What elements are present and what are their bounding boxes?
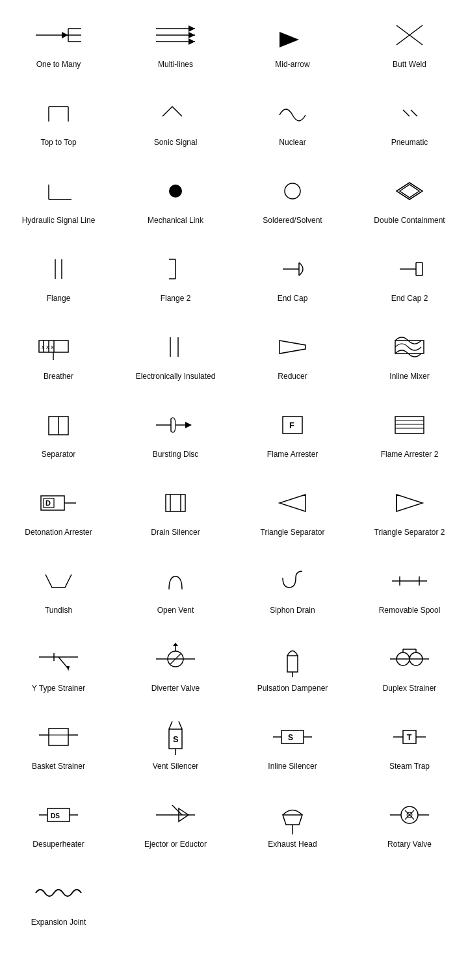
symbol-label-inline-mixer: Inline Mixer xyxy=(389,372,429,382)
symbol-icon-triangle-separator xyxy=(239,484,346,522)
symbol-icon-end-cap xyxy=(239,250,346,289)
symbol-label-inline-silencer: Inline Silencer xyxy=(268,762,317,772)
symbol-icon-vent-silencer: S xyxy=(122,717,229,756)
symbol-cell-triangle-separator: Triangle Separator xyxy=(234,468,351,546)
symbol-icon-steam-trap: T xyxy=(356,717,463,756)
symbol-icon-breather: x x x xyxy=(5,328,112,367)
symbol-icon-flange-2 xyxy=(122,250,229,289)
svg-line-19 xyxy=(411,110,417,116)
symbol-label-hydraulic-signal: Hydraulic Signal Line xyxy=(22,216,96,226)
symbol-label-sonic-signal: Sonic Signal xyxy=(154,138,198,148)
symbol-label-duplex-strainer: Duplex Strainer xyxy=(383,684,437,694)
svg-rect-83 xyxy=(287,656,298,672)
symbol-label-drain-silencer: Drain Silencer xyxy=(151,528,200,538)
symbol-label-double-containment: Double Containment xyxy=(374,216,445,226)
symbol-label-flange: Flange xyxy=(47,294,71,304)
svg-text:D: D xyxy=(46,499,51,507)
symbol-label-bursting-disc: Bursting Disc xyxy=(153,450,199,460)
symbol-label-reducer: Reducer xyxy=(278,372,307,382)
symbol-cell-expansion-joint: Expansion Joint xyxy=(0,858,117,936)
symbol-icon-drain-silencer xyxy=(122,484,229,522)
svg-marker-11 xyxy=(188,38,195,45)
symbol-icon-tundish xyxy=(5,561,112,600)
symbol-icon-mid-arrow xyxy=(239,16,346,55)
svg-rect-64 xyxy=(166,495,185,511)
svg-marker-9 xyxy=(188,25,195,32)
symbol-cell-soldered-solvent: Soldered/Solvent xyxy=(234,156,351,234)
symbol-label-steam-trap: Steam Trap xyxy=(389,762,430,772)
symbol-label-vent-silencer: Vent Silencer xyxy=(153,762,199,772)
symbol-cell-siphon-drain: Siphon Drain xyxy=(234,546,351,624)
svg-marker-46 xyxy=(280,341,306,354)
symbol-label-breather: Breather xyxy=(44,372,73,382)
symbol-cell-flange: Flange xyxy=(0,234,117,312)
symbol-label-end-cap: End Cap xyxy=(278,294,308,304)
symbol-cell-flange-2: Flange 2 xyxy=(117,234,234,312)
symbol-cell-duplex-strainer: Duplex Strainer xyxy=(351,624,468,702)
symbol-label-rotary-valve: Rotary Valve xyxy=(387,840,432,850)
symbol-icon-mechanical-link xyxy=(122,172,229,211)
symbol-label-pneumatic: Pneumatic xyxy=(391,138,428,148)
symbol-label-triangle-separator: Triangle Separator xyxy=(261,528,325,538)
symbol-cell-inline-mixer: Inline Mixer xyxy=(351,312,468,390)
symbol-icon-detonation-arrester: D xyxy=(5,484,112,522)
symbol-cell-end-cap-2: End Cap 2 xyxy=(351,234,468,312)
symbol-icon-nuclear xyxy=(239,94,346,133)
symbol-cell-top-to-top: Top to Top xyxy=(0,78,117,156)
svg-text:DS: DS xyxy=(51,812,60,819)
symbol-cell-nuclear: Nuclear xyxy=(234,78,351,156)
svg-text:F: F xyxy=(289,420,294,430)
symbol-cell-y-type-strainer: Y Type Strainer xyxy=(0,624,117,702)
symbol-label-open-vent: Open Vent xyxy=(157,606,194,616)
symbol-icon-pulsation-dampener xyxy=(239,639,346,678)
symbol-cell-desuperheater: DS Desuperheater xyxy=(0,780,117,858)
symbol-icon-open-vent xyxy=(122,561,229,600)
symbol-icon-flange xyxy=(5,250,112,289)
symbol-icon-siphon-drain xyxy=(239,561,346,600)
symbol-label-nuclear: Nuclear xyxy=(279,138,306,148)
symbol-cell-rotary-valve: Rotary Valve xyxy=(351,780,468,858)
svg-line-97 xyxy=(169,721,172,729)
symbol-cell-mechanical-link: Mechanical Link xyxy=(117,156,234,234)
symbol-label-flame-arrester-2: Flame Arrester 2 xyxy=(381,450,439,460)
svg-marker-68 xyxy=(396,495,422,511)
symbol-cell-sonic-signal: Sonic Signal xyxy=(117,78,234,156)
symbol-icon-multi-lines xyxy=(122,16,229,55)
symbol-label-removable-spool: Removable Spool xyxy=(379,606,441,616)
symbol-icon-bursting-disc xyxy=(122,406,229,445)
symbol-cell-butt-weld: Butt Weld xyxy=(351,0,468,78)
symbol-label-mid-arrow: Mid-arrow xyxy=(275,60,309,70)
svg-text:S: S xyxy=(288,733,293,742)
symbol-label-diverter-valve: Diverter Valve xyxy=(151,684,200,694)
symbol-cell-removable-spool: Removable Spool xyxy=(351,546,468,624)
svg-rect-60 xyxy=(41,496,64,510)
svg-marker-67 xyxy=(280,495,306,511)
symbol-label-flame-arrester: Flame Arrester xyxy=(267,450,318,460)
symbol-label-tundish: Tundish xyxy=(45,606,72,616)
svg-rect-56 xyxy=(395,417,424,433)
svg-marker-53 xyxy=(185,422,192,428)
symbol-label-one-to-many: One to Many xyxy=(36,60,81,70)
symbol-icon-sonic-signal xyxy=(122,94,229,133)
symbol-icon-expansion-joint xyxy=(5,873,112,912)
symbol-label-siphon-drain: Siphon Drain xyxy=(270,606,315,616)
symbol-cell-breather: x x x Breather xyxy=(0,312,117,390)
svg-rect-93 xyxy=(49,729,68,745)
symbol-cell-end-cap: End Cap xyxy=(234,234,351,312)
svg-line-75 xyxy=(58,657,68,669)
symbol-label-top-to-top: Top to Top xyxy=(40,138,76,148)
svg-line-98 xyxy=(179,721,182,729)
symbol-label-triangle-separator-2: Triangle Separator 2 xyxy=(374,528,445,538)
symbol-label-mechanical-link: Mechanical Link xyxy=(148,216,203,226)
symbol-cell-bursting-disc: Bursting Disc xyxy=(117,390,234,468)
symbol-label-multi-lines: Multi-lines xyxy=(158,60,193,70)
symbol-icon-exhaust-head xyxy=(239,795,346,834)
symbol-cell-pulsation-dampener: Pulsation Dampener xyxy=(234,624,351,702)
svg-text:x x x: x x x xyxy=(42,344,54,350)
svg-text:T: T xyxy=(407,733,412,742)
symbol-label-flange-2: Flange 2 xyxy=(161,294,191,304)
symbol-cell-electronically-insulated: Electronically Insulated xyxy=(117,312,234,390)
symbol-icon-duplex-strainer xyxy=(356,639,463,678)
symbol-icon-triangle-separator-2 xyxy=(356,484,463,522)
symbol-cell-vent-silencer: S Vent Silencer xyxy=(117,702,234,780)
